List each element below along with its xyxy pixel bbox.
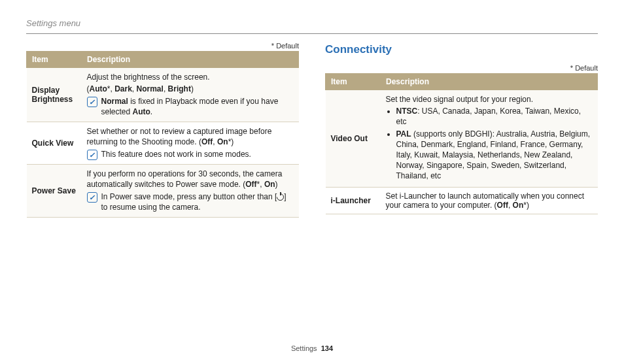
item-power-save: Power Save (27, 164, 82, 217)
item-i-launcher: i-Launcher (326, 187, 381, 214)
col-header-description: Description (82, 52, 299, 68)
table-row: Video Out Set the video signal output fo… (326, 90, 598, 188)
desc-video-out: Set the video signal output for your reg… (381, 90, 598, 188)
item-quick-view: Quick View (27, 122, 82, 164)
settings-table-left: Item Description Display Brightness Adju… (26, 51, 299, 218)
table-row: Display Brightness Adjust the brightness… (27, 68, 299, 122)
col-header-description: Description (381, 74, 598, 90)
desc-i-launcher: Set i-Launcher to launch automatically w… (381, 187, 598, 214)
table-row: Quick View Set whether or not to review … (27, 122, 299, 164)
desc-power-save: If you perform no operations for 30 seco… (82, 164, 299, 217)
power-icon (277, 193, 284, 200)
note-icon: ✓ (87, 192, 97, 203)
right-column: Connectivity * Default Item Description … (325, 34, 598, 218)
settings-table-right: Item Description Video Out Set the video… (325, 73, 598, 214)
section-heading-connectivity: Connectivity (325, 43, 598, 56)
col-header-item: Item (27, 52, 82, 68)
item-display-brightness: Display Brightness (27, 68, 82, 122)
left-column: * Default Item Description Display Brigh… (26, 34, 299, 218)
col-header-item: Item (326, 74, 381, 90)
default-marker-left: * Default (26, 42, 299, 50)
note-icon: ✓ (87, 150, 97, 160)
item-video-out: Video Out (326, 90, 381, 188)
desc-display-brightness: Adjust the brightness of the screen. (Au… (82, 68, 299, 122)
default-marker-right: * Default (325, 64, 598, 72)
table-row: i-Launcher Set i-Launcher to launch auto… (326, 187, 598, 214)
desc-quick-view: Set whether or not to review a captured … (82, 122, 299, 164)
note-icon: ✓ (87, 97, 97, 107)
page-title: Settings menu (0, 0, 624, 33)
page-footer: Settings 134 (0, 344, 624, 352)
table-row: Power Save If you perform no operations … (27, 164, 299, 217)
